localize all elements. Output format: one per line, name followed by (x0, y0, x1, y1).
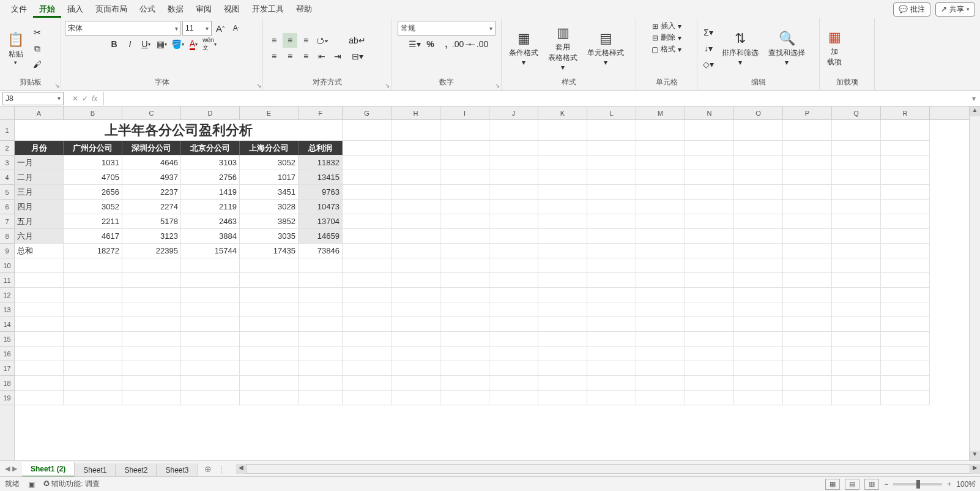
col-header-L[interactable]: L (587, 107, 636, 119)
cell[interactable] (538, 229, 587, 244)
cell[interactable] (832, 361, 881, 376)
cell[interactable] (685, 156, 734, 170)
cell[interactable] (832, 156, 881, 170)
scroll-down-icon[interactable]: ▼ (970, 451, 980, 460)
font-color-button[interactable]: A▾ (187, 37, 201, 51)
cell[interactable] (881, 288, 930, 302)
col-header-Q[interactable]: Q (832, 107, 881, 119)
cell[interactable] (587, 156, 636, 170)
sheet-nav-prev-icon[interactable]: ◀ (5, 465, 10, 473)
scroll-up-icon[interactable]: ▲ (970, 107, 980, 116)
cell[interactable] (440, 170, 489, 185)
col-header-O[interactable]: O (734, 107, 783, 119)
col-header-R[interactable]: R (881, 107, 930, 119)
addins-button[interactable]: ▦加 载项 (823, 27, 845, 70)
cell[interactable] (881, 332, 930, 347)
row-header-6[interactable]: 6 (0, 200, 14, 214)
cell[interactable] (636, 361, 685, 376)
row-header-9[interactable]: 9 (0, 244, 14, 258)
data-cell[interactable]: 1419 (181, 185, 240, 200)
menu-插入[interactable]: 插入 (61, 1, 89, 18)
align-right-button[interactable]: ≡ (299, 49, 313, 64)
table-header[interactable]: 上海分公司 (240, 141, 299, 156)
cell[interactable] (440, 302, 489, 317)
phonetic-button[interactable]: wén文▾ (202, 37, 217, 51)
col-header-J[interactable]: J (489, 107, 538, 119)
row-header-1[interactable]: 1 (0, 120, 14, 141)
cell[interactable] (783, 258, 832, 273)
cell[interactable] (734, 317, 783, 332)
increase-indent-button[interactable]: ⇥ (330, 49, 345, 64)
month-cell[interactable]: 二月 (15, 170, 64, 185)
cell[interactable] (636, 244, 685, 258)
accept-formula-icon[interactable]: ✓ (82, 94, 88, 103)
cell[interactable] (343, 141, 392, 156)
col-header-N[interactable]: N (685, 107, 734, 119)
comment-button[interactable]: 💬批注 (893, 2, 930, 17)
col-header-D[interactable]: D (181, 107, 240, 119)
expand-formula-bar-icon[interactable]: ▾ (968, 94, 980, 103)
cell[interactable] (392, 258, 440, 273)
cell[interactable] (832, 229, 881, 244)
row-header-15[interactable]: 15 (0, 332, 14, 347)
data-cell[interactable]: 2656 (64, 185, 122, 200)
data-cell[interactable]: 14659 (299, 229, 343, 244)
cell[interactable] (832, 214, 881, 229)
cell[interactable] (538, 347, 587, 361)
month-cell[interactable]: 四月 (15, 200, 64, 214)
menu-数据[interactable]: 数据 (161, 1, 190, 18)
cell[interactable] (636, 332, 685, 347)
cell[interactable] (64, 317, 122, 332)
cell[interactable] (122, 347, 181, 361)
cell[interactable] (15, 332, 64, 347)
cell[interactable] (392, 141, 440, 156)
row-header-8[interactable]: 8 (0, 229, 14, 244)
scroll-right-icon[interactable]: ▶ (970, 464, 980, 474)
cell[interactable] (181, 288, 240, 302)
cell[interactable] (440, 391, 489, 405)
normal-view-button[interactable]: ▦ (825, 479, 840, 490)
cell[interactable] (685, 317, 734, 332)
share-button[interactable]: ↗共享▾ (935, 2, 975, 17)
month-cell[interactable]: 五月 (15, 214, 64, 229)
cell[interactable] (240, 361, 299, 376)
fill-button[interactable]: ↓▾ (701, 41, 716, 56)
cell[interactable] (734, 156, 783, 170)
cell[interactable] (440, 156, 489, 170)
align-center-button[interactable]: ≡ (283, 49, 297, 64)
cell[interactable] (64, 273, 122, 288)
dialog-launcher-icon[interactable]: ↘ (256, 82, 261, 89)
cell[interactable] (392, 361, 440, 376)
cell[interactable] (64, 258, 122, 273)
col-header-C[interactable]: C (122, 107, 181, 119)
cell[interactable] (685, 120, 734, 141)
cell[interactable] (685, 302, 734, 317)
cell[interactable] (783, 185, 832, 200)
cell[interactable] (440, 347, 489, 361)
cell[interactable] (240, 302, 299, 317)
format-cells-button[interactable]: ▢格式 ▾ (651, 44, 681, 54)
cell[interactable] (538, 302, 587, 317)
data-cell[interactable]: 9763 (299, 185, 343, 200)
cell[interactable] (832, 244, 881, 258)
cell[interactable] (734, 302, 783, 317)
cell[interactable] (881, 170, 930, 185)
cell[interactable] (343, 332, 392, 347)
cell[interactable] (832, 317, 881, 332)
cell[interactable] (392, 200, 440, 214)
cell[interactable] (489, 332, 538, 347)
cell[interactable] (181, 391, 240, 405)
cell[interactable] (832, 258, 881, 273)
cell[interactable] (343, 361, 392, 376)
cell[interactable] (392, 273, 440, 288)
cell[interactable] (783, 361, 832, 376)
data-cell[interactable]: 18272 (64, 244, 122, 258)
bold-button[interactable]: B (107, 37, 122, 51)
cell[interactable] (636, 302, 685, 317)
month-cell[interactable]: 一月 (15, 156, 64, 170)
cell[interactable] (489, 185, 538, 200)
cell[interactable] (685, 258, 734, 273)
cell[interactable] (783, 273, 832, 288)
cell[interactable] (636, 120, 685, 141)
menu-视图[interactable]: 视图 (218, 1, 246, 18)
